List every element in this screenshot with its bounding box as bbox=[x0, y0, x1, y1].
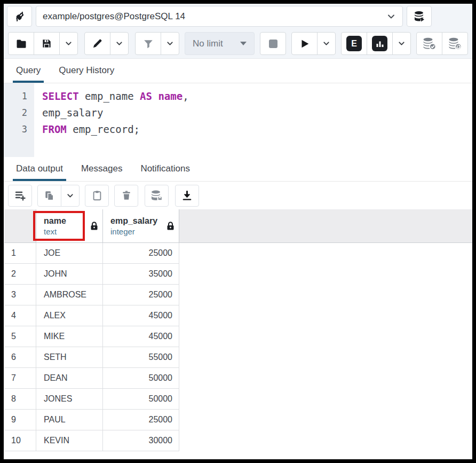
lock-icon bbox=[90, 222, 98, 231]
delete-icon bbox=[121, 190, 132, 201]
filter-options-chevron[interactable] bbox=[161, 32, 179, 55]
emp-salary-cell[interactable]: 50000 bbox=[103, 389, 179, 410]
cancel-query-button[interactable] bbox=[260, 32, 286, 55]
table-row: 8JONES50000 bbox=[4, 389, 472, 410]
table-row: 3AMBROSE25000 bbox=[4, 285, 472, 305]
tab-notifications[interactable]: Notifications bbox=[137, 158, 193, 181]
delete-row-button[interactable] bbox=[114, 185, 138, 207]
row-number-cell[interactable]: 9 bbox=[4, 410, 36, 430]
data-output-toolbar bbox=[4, 182, 472, 209]
row-number-cell[interactable]: 6 bbox=[4, 347, 36, 368]
download-button[interactable] bbox=[175, 185, 199, 207]
emp-salary-cell[interactable]: 25000 bbox=[103, 410, 179, 430]
tab-messages[interactable]: Messages bbox=[78, 158, 125, 181]
column-name-label: emp_salary bbox=[110, 216, 166, 226]
row-number-cell[interactable]: 3 bbox=[4, 285, 36, 305]
column-header-emp-salary[interactable]: emp_salary integer bbox=[103, 209, 179, 243]
chevron-down-icon bbox=[66, 192, 74, 200]
copy-button[interactable] bbox=[37, 185, 61, 207]
name-cell[interactable]: PAUL bbox=[36, 410, 103, 430]
table-row: 9PAUL25000 bbox=[4, 410, 472, 430]
execute-button[interactable] bbox=[291, 32, 318, 55]
name-cell[interactable]: JOHN bbox=[36, 264, 103, 285]
connection-select[interactable]: example/postgres@PostgreSQL 14 bbox=[36, 6, 403, 27]
tab-data-output[interactable]: Data output bbox=[13, 158, 66, 181]
explain-analyze-button[interactable] bbox=[367, 32, 393, 55]
sql-line: 1SELECT emp_name AS name, bbox=[4, 88, 472, 105]
emp-salary-cell[interactable]: 55000 bbox=[103, 347, 179, 368]
save-file-button[interactable] bbox=[34, 32, 60, 55]
column-type-label: integer bbox=[110, 226, 166, 237]
row-number-cell[interactable]: 4 bbox=[4, 305, 36, 326]
table-row: 5MIKE45000 bbox=[4, 326, 472, 347]
name-cell[interactable]: SETH bbox=[36, 347, 103, 368]
explain-icon: E bbox=[346, 36, 362, 51]
sql-code: FROM emp_record; bbox=[34, 121, 140, 138]
chevron-down-icon bbox=[386, 12, 396, 21]
line-number: 2 bbox=[4, 105, 34, 121]
edit-button[interactable] bbox=[84, 32, 110, 55]
emp-salary-cell[interactable]: 45000 bbox=[103, 305, 179, 326]
execute-options-chevron[interactable] bbox=[317, 32, 336, 55]
save-data-changes-button[interactable] bbox=[145, 185, 169, 207]
copy-options-chevron[interactable] bbox=[61, 185, 80, 207]
chevron-down-icon bbox=[398, 40, 406, 48]
edit-options-chevron[interactable] bbox=[110, 32, 129, 55]
rollback-button[interactable] bbox=[442, 32, 468, 55]
line-number: 1 bbox=[4, 88, 34, 105]
emp-salary-cell[interactable]: 50000 bbox=[103, 368, 179, 389]
sql-editor[interactable]: 1SELECT emp_name AS name,2emp_salary3FRO… bbox=[4, 83, 472, 157]
row-limit-select[interactable]: No limit bbox=[185, 32, 255, 55]
sql-editor-lines: 1SELECT emp_name AS name,2emp_salary3FRO… bbox=[4, 88, 472, 138]
tab-query-history[interactable]: Query History bbox=[55, 59, 117, 83]
open-file-icon bbox=[15, 37, 28, 50]
paste-button[interactable] bbox=[85, 185, 109, 207]
dropdown-caret-icon bbox=[240, 42, 247, 45]
table-row: 4ALEX45000 bbox=[4, 305, 472, 326]
chevron-down-icon bbox=[166, 40, 174, 48]
download-icon bbox=[181, 190, 193, 202]
filter-button[interactable] bbox=[135, 32, 161, 55]
name-cell[interactable]: DEAN bbox=[36, 368, 103, 389]
emp-salary-cell[interactable]: 35000 bbox=[103, 264, 179, 285]
save-options-chevron[interactable] bbox=[59, 32, 78, 55]
emp-salary-cell[interactable]: 30000 bbox=[103, 430, 179, 451]
emp-salary-cell[interactable]: 25000 bbox=[103, 285, 179, 305]
name-cell[interactable]: KEVIN bbox=[36, 430, 103, 451]
grid-corner-cell[interactable] bbox=[4, 209, 36, 243]
row-limit-value: No limit bbox=[193, 38, 240, 49]
emp-salary-cell[interactable]: 25000 bbox=[103, 243, 179, 264]
row-number-cell[interactable]: 5 bbox=[4, 326, 36, 347]
row-number-cell[interactable]: 1 bbox=[4, 243, 36, 264]
name-cell[interactable]: ALEX bbox=[36, 305, 103, 326]
filter-icon bbox=[142, 38, 154, 50]
pgadmin-query-tool-window: example/postgres@PostgreSQL 14 bbox=[0, 0, 476, 463]
name-cell[interactable]: MIKE bbox=[36, 326, 103, 347]
stop-icon bbox=[268, 38, 279, 49]
commit-button[interactable] bbox=[416, 32, 442, 55]
name-cell[interactable]: JOE bbox=[36, 243, 103, 264]
add-row-button[interactable] bbox=[8, 185, 32, 207]
sql-code: emp_salary bbox=[34, 105, 103, 121]
grid-body: 1JOE250002JOHN350003AMBROSE250004ALEX450… bbox=[4, 243, 472, 451]
name-cell[interactable]: AMBROSE bbox=[36, 285, 103, 305]
sql-line: 3FROM emp_record; bbox=[4, 121, 472, 138]
row-number-cell[interactable]: 7 bbox=[4, 368, 36, 389]
row-number-cell[interactable]: 10 bbox=[4, 430, 36, 451]
editor-tabstrip: Query Query History bbox=[4, 59, 472, 83]
red-highlight-rectangle bbox=[33, 211, 85, 241]
open-file-button[interactable] bbox=[8, 32, 34, 55]
explain-button[interactable]: E bbox=[341, 32, 367, 55]
row-number-cell[interactable]: 8 bbox=[4, 389, 36, 410]
name-cell[interactable]: JONES bbox=[36, 389, 103, 410]
database-connect-icon bbox=[413, 10, 426, 23]
explain-options-chevron[interactable] bbox=[392, 32, 411, 55]
row-number-cell[interactable]: 2 bbox=[4, 264, 36, 285]
emp-salary-cell[interactable]: 45000 bbox=[103, 326, 179, 347]
rollback-icon bbox=[448, 37, 462, 50]
tab-query[interactable]: Query bbox=[13, 59, 44, 83]
new-connection-button[interactable] bbox=[407, 6, 432, 27]
connection-select-value: example/postgres@PostgreSQL 14 bbox=[43, 11, 386, 22]
connection-bar: example/postgres@PostgreSQL 14 bbox=[4, 4, 472, 29]
connection-status-button[interactable] bbox=[7, 6, 32, 27]
